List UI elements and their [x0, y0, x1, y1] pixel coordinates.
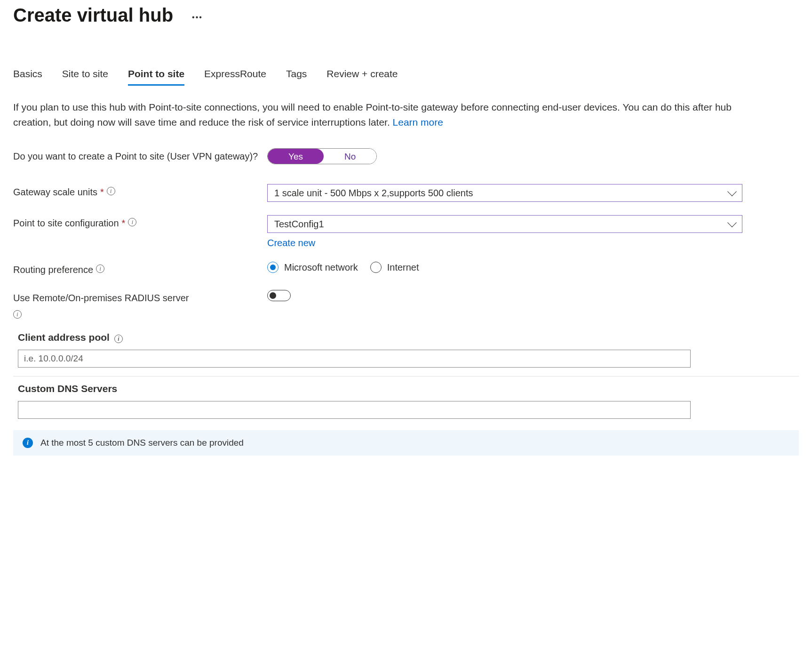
dns-heading: Custom DNS Servers [18, 383, 799, 394]
p2s-config-dropdown[interactable]: TestConfig1 [267, 215, 742, 233]
scale-units-label: Gateway scale units * i [13, 184, 267, 199]
scale-units-dropdown[interactable]: 1 scale unit - 500 Mbps x 2,supports 500… [267, 184, 742, 202]
chevron-down-icon [727, 218, 737, 227]
p2s-gateway-label: Do you want to create a Point to site (U… [13, 148, 267, 163]
intro-body: If you plan to use this hub with Point-t… [13, 102, 732, 128]
tab-point-to-site[interactable]: Point to site [128, 68, 184, 86]
scale-units-value: 1 scale unit - 500 Mbps x 2,supports 500… [274, 188, 473, 199]
create-new-link[interactable]: Create new [267, 238, 742, 248]
info-icon[interactable]: i [107, 187, 115, 195]
learn-more-link[interactable]: Learn more [393, 117, 443, 128]
client-pool-heading-text: Client address pool [18, 332, 110, 343]
routing-pref-internet[interactable]: Internet [370, 262, 419, 273]
routing-pref-ms[interactable]: Microsoft network [267, 262, 358, 273]
p2s-config-value: TestConfig1 [274, 219, 324, 230]
info-icon: i [23, 438, 33, 448]
tab-expressroute[interactable]: ExpressRoute [204, 68, 266, 86]
info-icon[interactable]: i [96, 264, 104, 273]
p2s-gateway-toggle[interactable]: Yes No [267, 148, 377, 164]
required-asterisk: * [100, 185, 104, 199]
radius-label-text: Use Remote/On-premises RADIUS server [13, 293, 189, 303]
p2s-config-label-text: Point to site configuration [13, 216, 119, 230]
p2s-gateway-yes[interactable]: Yes [268, 149, 324, 164]
radio-icon [370, 262, 382, 273]
info-icon[interactable]: i [128, 218, 136, 226]
required-asterisk: * [122, 216, 126, 230]
chevron-down-icon [727, 187, 737, 196]
divider [13, 376, 799, 377]
dns-input[interactable] [18, 401, 691, 419]
tabs: Basics Site to site Point to site Expres… [13, 68, 799, 86]
routing-pref-group: Microsoft network Internet [267, 262, 742, 273]
routing-pref-label-text: Routing preference [13, 263, 93, 277]
routing-pref-label: Routing preference i [13, 262, 267, 277]
more-actions-icon[interactable]: ••• [192, 9, 203, 22]
p2s-gateway-no[interactable]: No [324, 149, 376, 164]
p2s-config-label: Point to site configuration * i [13, 215, 267, 230]
radius-switch[interactable] [267, 290, 291, 301]
tab-basics[interactable]: Basics [13, 68, 42, 86]
routing-pref-internet-label: Internet [387, 262, 419, 273]
tab-tags[interactable]: Tags [286, 68, 307, 86]
intro-text: If you plan to use this hub with Point-t… [13, 100, 742, 129]
dns-heading-text: Custom DNS Servers [18, 383, 117, 394]
radius-label: Use Remote/On-premises RADIUS server i [13, 290, 267, 319]
scale-units-label-text: Gateway scale units [13, 185, 97, 199]
dns-info-banner: i At the most 5 custom DNS servers can b… [13, 430, 799, 456]
info-icon[interactable]: i [13, 310, 22, 319]
client-pool-input[interactable] [18, 350, 691, 368]
client-pool-heading: Client address pool i [18, 332, 799, 343]
page-title: Create virtual hub [13, 5, 173, 26]
tab-review-create[interactable]: Review + create [326, 68, 398, 86]
info-icon[interactable]: i [114, 335, 123, 343]
tab-site-to-site[interactable]: Site to site [62, 68, 108, 86]
radio-icon [267, 262, 279, 273]
routing-pref-ms-label: Microsoft network [284, 262, 358, 273]
dns-banner-text: At the most 5 custom DNS servers can be … [40, 438, 244, 448]
